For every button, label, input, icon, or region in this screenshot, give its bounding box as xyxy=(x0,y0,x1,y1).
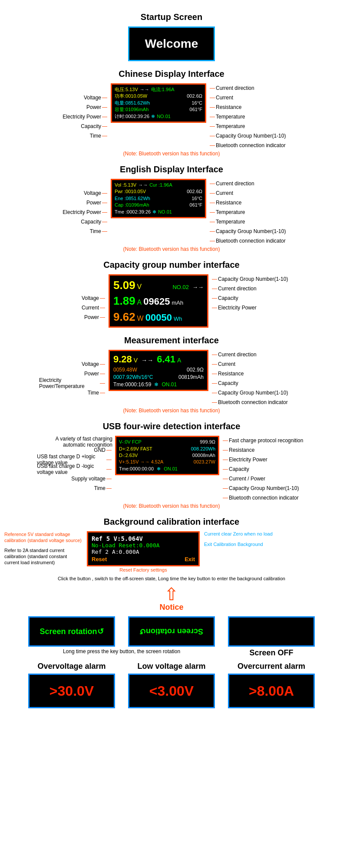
usb-right-cap: Capacity xyxy=(222,464,249,474)
alarm-titles-row: Overvoltage alarm >30.0V Low voltage ala… xyxy=(9,662,334,708)
chinese-bt-note: (Note: Bluetooth version has this functi… xyxy=(123,151,220,157)
chinese-row3: 电量:0851.62Wh 16°C xyxy=(115,100,202,106)
meas-lcd-box: 9.28 V →→ 6.41 A 0059.48W 002.9Ω 0007.92… xyxy=(109,350,208,391)
overvoltage-section: Overvoltage alarm >30.0V xyxy=(24,662,119,708)
chinese-label-bt: Bluetooth connection indicator xyxy=(209,141,286,150)
calib-right-zero: Current clear Zero when no load xyxy=(204,531,291,536)
chinese-display-block: Voltage Power Electricity Power Capacity… xyxy=(9,83,334,150)
chinese-lcd: 电压:5.13V →→ 电流:1.96A 功率:0010.05W 002.6Ω … xyxy=(111,83,206,123)
english-label-cap-group: Capacity Group Number(1-10) xyxy=(209,227,286,236)
overvoltage-box: >30.0V xyxy=(28,674,115,708)
capacity-group-block: Voltage Current Power 5.09 V NO.02 →→ 1.… xyxy=(9,274,334,328)
calib-lcd-box: Ref 5 V:5.064V No-Load Reset:0.000A Ref … xyxy=(87,531,200,566)
startup-section: Startup Screen Welcome xyxy=(0,4,343,61)
lowvoltage-section: Low voltage alarm <3.00V xyxy=(124,662,219,708)
english-row3: Ene :0851.62Wh 16°C xyxy=(115,195,202,202)
meas-right-resistance: Resistance xyxy=(211,369,244,378)
cap-label-current: Current xyxy=(82,303,106,312)
usb-title: USB four-wire detection interface xyxy=(0,421,343,431)
chinese-label-resistance: Resistance xyxy=(209,102,241,112)
calib-block: Reference 5V standard voltage calibratio… xyxy=(4,531,339,572)
usb-bt-note: (Note: Bluetooth version has this functi… xyxy=(123,503,220,509)
meas-right-current: Current xyxy=(211,359,235,369)
chinese-label-cap-group: Capacity Group Number(1-10) xyxy=(209,131,286,141)
english-label-time: Time xyxy=(90,227,108,236)
notice-label: Notice xyxy=(159,603,183,612)
usb-block: A variety of fast charging automatic rec… xyxy=(9,436,334,503)
chinese-label-power: Power xyxy=(86,102,108,112)
usb-label-time: Time xyxy=(94,483,112,493)
lowvoltage-box: <3.00V xyxy=(128,674,215,708)
overvoltage-text: >30.0V xyxy=(49,683,94,699)
overvoltage-title: Overvoltage alarm xyxy=(37,662,106,671)
usb-lcd-box: V-:0V FCP 999.9Ω D+:2.69V FAST 008.220Wh… xyxy=(115,436,219,475)
english-label-temp1: Temperature xyxy=(209,207,245,217)
english-label-capacity: Capacity xyxy=(81,217,108,227)
capacity-group-title: Capacity group number interface xyxy=(0,260,343,270)
chinese-row4: 容量:01096mAh 061°F xyxy=(115,106,202,113)
overcurrent-box: >8.00A xyxy=(228,674,315,708)
chinese-label-current: Current xyxy=(209,93,233,102)
chinese-label-time: Time xyxy=(90,131,108,141)
startup-title: Startup Screen xyxy=(141,12,202,22)
welcome-text: Welcome xyxy=(145,37,198,51)
overcurrent-section: Overcurrent alarm >8.00A xyxy=(224,662,319,708)
chinese-label-temp1: Temperature xyxy=(209,112,245,122)
meas-right-capacity: Capacity xyxy=(211,378,238,388)
english-display-block: Voltage Power Electricity Power Capacity… xyxy=(9,179,334,246)
screen-off-box xyxy=(228,616,315,647)
calib-notice-text: Click the button , switch to the off-scr… xyxy=(17,576,326,581)
page-wrapper: Startup Screen Welcome Chinese Display I… xyxy=(0,0,343,714)
usb-right-bt: Bluetooth connection indicator xyxy=(222,493,299,503)
english-label-voltage: Voltage xyxy=(84,188,108,198)
lowvoltage-text: <3.00V xyxy=(149,683,194,699)
meas-label-time: Time xyxy=(88,388,106,398)
calib-title: Background calibration interface xyxy=(0,517,343,527)
chinese-label-temp2: Temperature xyxy=(209,122,245,131)
notice-block: ⇧ Notice xyxy=(0,585,343,612)
meas-lcd: 9.28 V →→ 6.41 A 0059.48W 002.9Ω 0007.92… xyxy=(109,350,208,391)
rotation-captions: Long time press the key button, the scre… xyxy=(9,648,334,658)
english-row4: Cap :01096mAh 061°F xyxy=(115,202,202,208)
rotation-text-normal: Screen rotation↺ xyxy=(40,627,103,636)
chinese-left-labels: Voltage Power Electricity Power Capacity… xyxy=(41,83,111,141)
chinese-label-capacity: Capacity xyxy=(81,122,108,131)
cap-group-lcd: 5.09 V NO.02 →→ 1.89 A 09625 mAh 9.62 W … xyxy=(109,274,208,328)
cap-group-right-labels: Capacity Group Number(1-10) Current dire… xyxy=(208,274,304,312)
rotation-text-flipped: Screen rotation↺ xyxy=(139,627,203,636)
cap-right-curdir: Current direction xyxy=(211,284,257,293)
usb-label-dminus: USB fast charge D -logic voltage value xyxy=(37,464,112,474)
english-lcd: Vol :5.13V →→ Cur :1.96A Pwr :0010.05V 0… xyxy=(111,179,206,218)
english-lcd-box: Vol :5.13V →→ Cur :1.96A Pwr :0010.05V 0… xyxy=(111,179,206,218)
notice-arrow: ⇧ xyxy=(164,585,179,603)
cap-right-capgroup: Capacity Group Number(1-10) xyxy=(211,274,288,284)
english-label-cur-dir: Current direction xyxy=(209,179,254,188)
meas-bt-note: (Note: Bluetooth version has this functi… xyxy=(123,408,220,414)
measurement-title: Measurement interface xyxy=(0,335,343,345)
english-label-electricity: Electricity Power xyxy=(63,207,108,217)
cap-group-left-labels: Voltage Current Power xyxy=(39,274,109,322)
usb-lcd: V-:0V FCP 999.9Ω D+:2.69V FAST 008.220Wh… xyxy=(115,436,219,475)
measurement-block: Voltage Power Electricity Power/Temperat… xyxy=(9,350,334,407)
english-label-current: Current xyxy=(209,188,233,198)
calib-right: Current clear Zero when no load Exit Cal… xyxy=(204,531,291,572)
usb-right-fcp: Fast charge protocol recognition xyxy=(222,436,303,445)
english-display-title: English Display Interface xyxy=(0,164,343,174)
calib-left: Reference 5V standard voltage calibratio… xyxy=(4,531,82,572)
usb-right-elec: Electricity Power xyxy=(222,455,267,464)
cap-label-voltage: Voltage xyxy=(82,293,106,303)
cap-label-power: Power xyxy=(84,312,106,322)
calib-exit-btn[interactable]: Exit xyxy=(185,556,195,562)
english-bt-note: (Note: Bluetooth version has this functi… xyxy=(123,246,220,252)
calib-left-ref5: Reference 5V standard voltage calibratio… xyxy=(4,531,82,544)
meas-right-capgroup: Capacity Group Number(1-10) xyxy=(211,388,288,398)
welcome-box: Welcome xyxy=(128,26,215,61)
calib-right-exit: Exit Calibration Background xyxy=(204,542,291,547)
calib-reset-btn[interactable]: Reset xyxy=(92,556,107,562)
english-row5: Tme :0002:39:26 ❄ NO.01 xyxy=(115,209,202,215)
usb-right-curpow: Current / Power xyxy=(222,474,265,483)
meas-label-voltage: Voltage xyxy=(82,359,106,369)
overcurrent-title: Overcurrent alarm xyxy=(237,662,305,671)
meas-right-curdir: Current direction xyxy=(211,350,257,359)
english-label-resistance: Resistance xyxy=(209,198,241,207)
